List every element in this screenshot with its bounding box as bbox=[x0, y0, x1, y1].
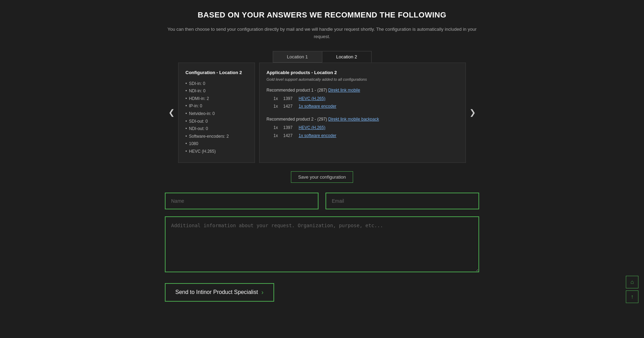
config-list: SDI-in: 0 NDI-in: 0 HDMI-in: 2 IP-in: 0 … bbox=[185, 80, 248, 156]
product1-row1-name[interactable]: HEVC (H.265) bbox=[299, 95, 325, 103]
save-btn-wrapper: Save your configuration bbox=[165, 171, 479, 183]
home-button[interactable]: ⌂ bbox=[626, 276, 638, 288]
tabs-bar: Location 1 Location 2 bbox=[165, 51, 479, 63]
email-input[interactable] bbox=[325, 193, 479, 209]
config-item: NDI-in: 0 bbox=[185, 87, 248, 95]
page-subtitle: You can then choose to send your configu… bbox=[165, 26, 479, 41]
product2-row1: 1x 1397 HEVC (H.265) bbox=[273, 124, 459, 132]
product1-link[interactable]: Direkt link mobile bbox=[328, 88, 360, 93]
message-textarea[interactable] bbox=[165, 216, 479, 272]
product2-row1-code: 1397 bbox=[283, 124, 296, 132]
tab-location2[interactable]: Location 2 bbox=[322, 51, 372, 63]
product2-link[interactable]: Direkt link mobile backpack bbox=[328, 117, 379, 122]
tab-location1[interactable]: Location 1 bbox=[273, 51, 322, 63]
cards-area: ❮ Configuration - Location 2 SDI-in: 0 N… bbox=[165, 63, 479, 163]
product1-row2: 1x 1427 1x software encoder bbox=[273, 102, 459, 110]
product1-row1-qty: 1x bbox=[273, 95, 280, 103]
product1-row2-code: 1427 bbox=[283, 102, 296, 110]
gold-support-text: Gold level support automatically added t… bbox=[266, 77, 459, 81]
config-item: 1080 bbox=[185, 140, 248, 148]
arrow-left-btn[interactable]: ❮ bbox=[165, 108, 178, 117]
product2-row2: 1x 1427 1x software encoder bbox=[273, 132, 459, 140]
product2-row2-name[interactable]: 1x software encoder bbox=[299, 132, 336, 140]
side-buttons: ⌂ ↑ bbox=[626, 276, 638, 303]
config-item: SDI-out: 0 bbox=[185, 118, 248, 125]
product2-row1-qty: 1x bbox=[273, 124, 280, 132]
product2-row1-name[interactable]: HEVC (H.265) bbox=[299, 124, 325, 132]
send-button[interactable]: Send to Intinor Product Specialist › bbox=[165, 283, 274, 302]
product1-label: Recommended product 1 - (287) Direkt lin… bbox=[266, 88, 459, 93]
cards-wrapper: Configuration - Location 2 SDI-in: 0 NDI… bbox=[178, 63, 466, 163]
send-button-label: Send to Intinor Product Specialist bbox=[175, 289, 258, 295]
product2-row2-code: 1427 bbox=[283, 132, 296, 140]
products-card-title: Applicable products - Location 2 bbox=[266, 70, 459, 75]
send-arrow-icon: › bbox=[262, 289, 264, 296]
config-card-title: Configuration - Location 2 bbox=[185, 70, 248, 75]
product-section-1: Recommended product 1 - (287) Direkt lin… bbox=[266, 88, 459, 111]
form-row-name-email bbox=[165, 193, 479, 209]
config-item: HDMI-in: 2 bbox=[185, 95, 248, 103]
product1-row1: 1x 1397 HEVC (H.265) bbox=[273, 95, 459, 103]
product1-row2-qty: 1x bbox=[273, 102, 280, 110]
config-item: Netvideo-in: 0 bbox=[185, 110, 248, 118]
config-item: IP-in: 0 bbox=[185, 102, 248, 110]
config-item: HEVC (H.265) bbox=[185, 148, 248, 156]
page-title: BASED ON YOUR ANSWERS WE RECOMMEND THE F… bbox=[165, 10, 479, 20]
config-item: SDI-in: 0 bbox=[185, 80, 248, 88]
products-card: Applicable products - Location 2 Gold le… bbox=[259, 63, 466, 163]
product2-label: Recommended product 2 - (297) Direkt lin… bbox=[266, 117, 459, 122]
config-item: NDI-out: 0 bbox=[185, 125, 248, 133]
scroll-top-button[interactable]: ↑ bbox=[626, 290, 638, 303]
config-item: Software-encoders: 2 bbox=[185, 133, 248, 141]
product2-row2-qty: 1x bbox=[273, 132, 280, 140]
product-section-2: Recommended product 2 - (297) Direkt lin… bbox=[266, 117, 459, 140]
config-card: Configuration - Location 2 SDI-in: 0 NDI… bbox=[178, 63, 255, 163]
product1-row2-name[interactable]: 1x software encoder bbox=[299, 102, 336, 110]
save-config-button[interactable]: Save your configuration bbox=[291, 171, 353, 183]
product1-row1-code: 1397 bbox=[283, 95, 296, 103]
name-input[interactable] bbox=[165, 193, 319, 209]
arrow-right-btn[interactable]: ❯ bbox=[466, 108, 479, 117]
